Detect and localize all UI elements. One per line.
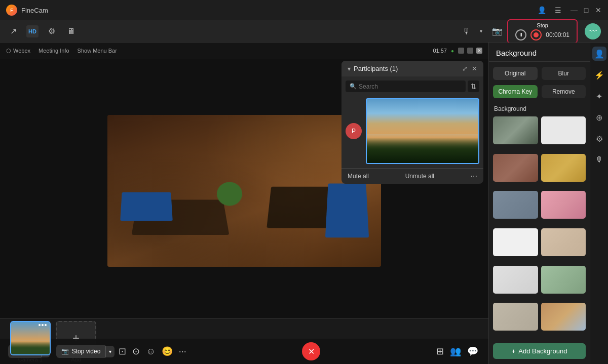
account-icon[interactable]: 👤: [538, 7, 545, 14]
menu-icon[interactable]: ☰: [554, 7, 561, 14]
record-dot: [534, 32, 539, 37]
chat-button[interactable]: 💬: [465, 344, 480, 359]
panel-collapse-icon[interactable]: ▾: [348, 65, 351, 72]
title-bar-right: 👤 ☰ — □ ✕: [538, 7, 602, 14]
bg-remove-button[interactable]: Remove: [542, 85, 586, 98]
export-icon[interactable]: ↗: [7, 25, 19, 37]
panel-more-icon[interactable]: ···: [471, 172, 477, 181]
app-icon: F: [6, 5, 17, 16]
panel-minimize[interactable]: [458, 48, 464, 54]
panel-window-controls: ✕: [458, 48, 482, 54]
bg-thumb-yellow[interactable]: [541, 154, 586, 182]
toolbar: ↗ HD ⚙ 🖥 🎙 ▾ 📷 Stop ⏸ 00:00:01 〰: [0, 20, 608, 43]
search-input[interactable]: [359, 83, 462, 90]
record-ctrl-button[interactable]: ⊙: [130, 344, 142, 359]
sort-button[interactable]: ⇅: [468, 80, 479, 92]
stop-video-label: Stop video: [72, 348, 101, 355]
preview-trees: [367, 138, 478, 163]
bg-thumbnails-grid: [489, 114, 590, 339]
close-button[interactable]: ✕: [595, 7, 602, 14]
right-sidebar: 👤 ⚡ ✦ ⊕ ⚙ 🎙: [590, 43, 608, 364]
bg-thumb-plant[interactable]: [541, 266, 586, 294]
more-button[interactable]: ···: [177, 344, 188, 359]
video-dropdown[interactable]: ▾: [105, 346, 115, 357]
bg-chroma-button[interactable]: Chroma Key: [493, 85, 538, 98]
hd-badge[interactable]: HD: [26, 25, 39, 37]
panel-close-icon[interactable]: ✕: [472, 65, 477, 72]
sidebar-mic-icon[interactable]: 🎙: [592, 153, 606, 167]
reactions-button[interactable]: 😊: [160, 344, 175, 359]
panel-title: Participants (1): [354, 65, 459, 72]
video-section: ⬡ Webex Meeting Info Show Menu Bar 01:57…: [0, 43, 488, 364]
maximize-button[interactable]: □: [583, 7, 590, 14]
webex-name: Webex: [13, 48, 30, 54]
grid-view-button[interactable]: ⊞: [434, 344, 446, 359]
add-background-button[interactable]: + Add Background: [493, 343, 586, 359]
sidebar-profile-icon[interactable]: 👤: [592, 47, 606, 61]
bg-thumb-bright[interactable]: [493, 228, 538, 256]
bg-thumb-minimal[interactable]: [493, 303, 538, 331]
bg-thumb-pink[interactable]: [541, 191, 586, 219]
bg-thumb-white[interactable]: [541, 116, 586, 144]
sidebar-sliders-icon[interactable]: ⚙: [592, 132, 606, 146]
emoji-button[interactable]: ☺: [144, 344, 157, 359]
end-call-button[interactable]: ✕: [302, 342, 320, 360]
people-button[interactable]: 👥: [448, 344, 463, 359]
camera-dots: [39, 324, 47, 326]
unmute-all-button[interactable]: Unmute all: [405, 173, 434, 180]
main-area: ⬡ Webex Meeting Info Show Menu Bar 01:57…: [0, 43, 608, 364]
search-input-wrap: 🔍: [346, 80, 466, 92]
bg-thumb-beach[interactable]: [541, 303, 586, 331]
minimize-button[interactable]: —: [571, 7, 578, 14]
bottom-controls-right: ⊞ 👥 💬: [434, 344, 480, 359]
cdot3: [45, 324, 47, 326]
cam-thumb-trees: [11, 341, 50, 354]
webex-show-menu[interactable]: Show Menu Bar: [78, 48, 117, 54]
mic-icon[interactable]: 🎙: [461, 25, 473, 37]
sidebar-connection-icon[interactable]: ⚡: [592, 68, 606, 82]
stop-controls: ⏸ 00:00:01: [515, 29, 569, 41]
video-frame: [107, 115, 381, 267]
waves-button[interactable]: 〰: [585, 23, 601, 39]
participants-panel: ▾ Participants (1) ⤢ ✕ 🔍 ⇅ P: [341, 61, 483, 184]
preview-sky: [367, 99, 478, 134]
webex-logo: ⬡ Webex: [6, 48, 30, 54]
bg-original-button[interactable]: Original: [493, 67, 538, 80]
bg-thumb-brick[interactable]: [493, 154, 538, 182]
bg-thumb-locker[interactable]: [493, 191, 538, 219]
phone1: [120, 192, 173, 220]
bg-thumb-white2[interactable]: [493, 266, 538, 294]
video-control: 📷 Stop video ▾: [56, 345, 115, 358]
mute-all-button[interactable]: Mute all: [348, 173, 369, 180]
stop-box: Stop ⏸ 00:00:01: [507, 19, 578, 44]
panel-close[interactable]: ✕: [476, 48, 482, 54]
camera-thumb-1[interactable]: [10, 321, 51, 355]
timer-display: 00:00:01: [546, 31, 569, 38]
mic-area: 🎙 ▾: [461, 25, 487, 37]
time-indicator: ●: [451, 48, 454, 54]
pause-button[interactable]: ⏸: [515, 29, 526, 41]
app-title: FineCam: [21, 7, 48, 14]
title-bar: F FineCam 👤 ☰ — □ ✕: [0, 0, 608, 20]
desk-scene: [107, 115, 381, 267]
window-controls: — □ ✕: [571, 7, 602, 14]
sidebar-layers-icon[interactable]: ⊕: [592, 110, 606, 125]
mic-dropdown[interactable]: ▾: [475, 25, 487, 37]
bg-thumb-round[interactable]: [541, 228, 586, 256]
add-bg-label: Add Background: [518, 347, 567, 355]
background-panel: Background Original Blur Chroma Key Remo…: [488, 43, 590, 364]
settings-icon[interactable]: ⚙: [46, 25, 58, 37]
bg-blur-button[interactable]: Blur: [542, 67, 586, 80]
stop-video-button[interactable]: 📷 Stop video: [56, 345, 106, 358]
panel-popout-icon[interactable]: ⤢: [462, 65, 468, 72]
screenshot-button[interactable]: ⊡: [117, 344, 128, 359]
panel-maximize[interactable]: [467, 48, 473, 54]
bg-thumb-office[interactable]: [493, 116, 538, 144]
record-button[interactable]: [530, 29, 542, 41]
cdot1: [39, 324, 41, 326]
panel-header: ▾ Participants (1) ⤢ ✕: [341, 61, 483, 76]
camera-icon[interactable]: 📷: [491, 25, 503, 37]
webex-meeting-info[interactable]: Meeting Info: [39, 48, 69, 54]
sidebar-appearance-icon[interactable]: ✦: [592, 89, 606, 103]
screen-icon[interactable]: 🖥: [65, 25, 77, 37]
